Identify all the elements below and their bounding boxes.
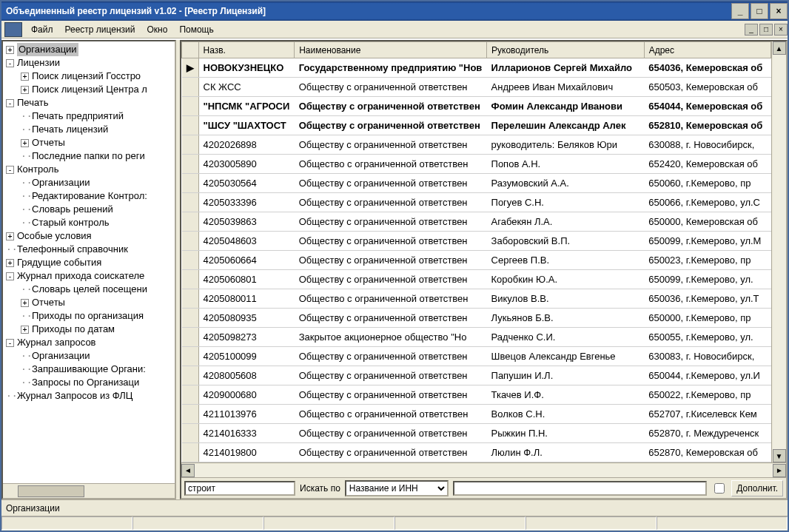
table-cell[interactable]: Заборовский В.П.: [487, 232, 645, 251]
table-cell[interactable]: 650000, Кемеровская об: [644, 212, 770, 232]
table-cell[interactable]: Швецов Александр Евгенье: [487, 347, 645, 366]
table-row[interactable]: 4205030564Обществу с ограниченной ответс…: [182, 174, 771, 193]
table-cell[interactable]: 4203005890: [198, 155, 295, 174]
table-cell[interactable]: 4205098273: [198, 328, 295, 347]
table-cell[interactable]: 4209000680: [198, 385, 295, 405]
tree-view[interactable]: +Организации-Лицензии+Поиск лицензий Гос…: [3, 41, 175, 483]
scroll-down-button[interactable]: ▼: [773, 449, 786, 462]
table-cell[interactable]: 650503, Кемеровская об: [644, 78, 770, 97]
table-cell[interactable]: Радченко С.И.: [487, 328, 645, 347]
scroll-right-button[interactable]: ►: [773, 464, 786, 477]
table-cell[interactable]: 4205060664: [198, 251, 295, 270]
table-cell[interactable]: 4202026898: [198, 135, 295, 155]
tree-node[interactable]: -Журнал прихода соискателе: [6, 269, 175, 283]
table-cell[interactable]: Обществу с ограниченной ответствен: [295, 135, 487, 155]
expand-icon[interactable]: +: [21, 86, 29, 94]
table-cell[interactable]: 4205030564: [198, 174, 295, 193]
expand-icon[interactable]: +: [21, 299, 29, 307]
table-row[interactable]: 4202026898Обществу с ограниченной ответс…: [182, 135, 771, 155]
table-row[interactable]: 4205033396Обществу с ограниченной ответс…: [182, 193, 771, 212]
tree-node[interactable]: +Отчеты: [6, 136, 175, 149]
tree-node[interactable]: -Печать: [6, 96, 175, 110]
table-cell[interactable]: Обществу с ограниченной ответствен: [295, 309, 487, 328]
table-cell[interactable]: 630088, г. Новосибирск,: [644, 135, 770, 155]
collapse-icon[interactable]: -: [6, 272, 14, 280]
col-header-ruk[interactable]: Руководитель: [487, 42, 645, 58]
tree-node[interactable]: ··Приходы по организация: [6, 309, 175, 323]
table-cell[interactable]: 4205080935: [198, 309, 295, 328]
col-header-adr[interactable]: Адрес: [644, 42, 770, 58]
tree-node[interactable]: +Грядущие события: [6, 256, 175, 269]
mdi-restore-button[interactable]: □: [759, 24, 773, 36]
menu-help[interactable]: Помощь: [173, 23, 219, 36]
maximize-button[interactable]: □: [751, 3, 768, 19]
table-cell[interactable]: Погуев С.Н.: [487, 193, 645, 212]
tree-node[interactable]: -Контроль: [6, 163, 175, 176]
table-cell[interactable]: 652870, Кемеровская об: [644, 443, 770, 462]
table-cell[interactable]: 4208005608: [198, 366, 295, 385]
table-cell[interactable]: Обществу с ограниченной ответствен: [295, 270, 487, 289]
table-cell[interactable]: 4214019800: [198, 443, 295, 462]
table-cell[interactable]: 650036, г.Кемерово, ул.Т: [644, 289, 770, 309]
table-cell[interactable]: Андреев Иван Михайлович: [487, 78, 645, 97]
table-row[interactable]: "ШСУ "ШАХТОСТОбществу с ограниченной отв…: [182, 116, 771, 135]
table-cell[interactable]: 652810, Кемеровская об: [644, 116, 770, 135]
scroll-up-button[interactable]: ▲: [773, 41, 786, 55]
table-cell[interactable]: Обществу с ограниченной ответствен: [295, 212, 487, 232]
table-cell[interactable]: 4205060801: [198, 270, 295, 289]
tree-node[interactable]: ··Организации: [6, 176, 175, 189]
table-cell[interactable]: НОВОКУЗНЕЦКО: [198, 58, 295, 78]
table-cell[interactable]: Обществу с ограниченной ответствен: [295, 424, 487, 443]
table-cell[interactable]: руководитель: Беляков Юри: [487, 135, 645, 155]
table-cell[interactable]: Ткачев И.Ф.: [487, 385, 645, 405]
expand-icon[interactable]: +: [6, 259, 14, 267]
table-cell[interactable]: 4205048603: [198, 232, 295, 251]
table-cell[interactable]: 4205080011: [198, 289, 295, 309]
close-button[interactable]: ×: [770, 3, 788, 19]
table-cell[interactable]: Обществу с ограниченной ответствен: [295, 251, 487, 270]
table-cell[interactable]: 650023, г.Кемерово, пр: [644, 251, 770, 270]
table-cell[interactable]: Фомин Александр Иванови: [487, 97, 645, 116]
table-cell[interactable]: Папушин И.Л.: [487, 366, 645, 385]
table-cell[interactable]: Разумовский А.А.: [487, 174, 645, 193]
tree-node[interactable]: ··Телефонный справочник: [6, 243, 175, 256]
scroll-left-button[interactable]: ◄: [181, 464, 195, 477]
tree-node[interactable]: +Организации: [6, 43, 175, 56]
tree-node[interactable]: +Поиск лицензий Центра л: [6, 83, 175, 96]
table-cell[interactable]: Обществу с ограниченной ответствен: [295, 193, 487, 212]
menu-file[interactable]: Файл: [25, 23, 59, 36]
table-row[interactable]: 4205080935Обществу с ограниченной ответс…: [182, 309, 771, 328]
table-cell[interactable]: 650060, г.Кемерово, пр: [644, 174, 770, 193]
table-cell[interactable]: Попов А.Н.: [487, 155, 645, 174]
search-advanced-button[interactable]: Дополнит.: [731, 480, 783, 496]
mdi-close-button[interactable]: ×: [774, 24, 788, 36]
table-row[interactable]: 4211013976Общество с ограниченной ответс…: [182, 405, 771, 424]
table-row[interactable]: 4203005890Общество с ограниченной ответс…: [182, 155, 771, 174]
table-cell[interactable]: 650099, г.Кемерово, ул.М: [644, 232, 770, 251]
tree-node[interactable]: ··Словарь решений: [6, 203, 175, 216]
table-cell[interactable]: Обществу с ограниченной ответствен: [295, 78, 487, 97]
table-cell[interactable]: Общество с ограниченной ответствен: [295, 405, 487, 424]
table-cell[interactable]: 4214016333: [198, 424, 295, 443]
collapse-icon[interactable]: -: [6, 339, 14, 347]
table-cell[interactable]: Обществу с ограниченной ответствен: [295, 174, 487, 193]
table-row[interactable]: 4214019800Обществу с ограниченной ответс…: [182, 443, 771, 462]
collapse-icon[interactable]: -: [6, 99, 14, 107]
expand-icon[interactable]: +: [21, 73, 29, 81]
table-row[interactable]: 4205048603Обществу с ограниченной ответс…: [182, 232, 771, 251]
tree-node[interactable]: ··Печать предприятий: [6, 110, 175, 123]
table-cell[interactable]: 4211013976: [198, 405, 295, 424]
table-cell[interactable]: Обществу с ограниченной ответствен: [295, 443, 487, 462]
table-row[interactable]: 4205098273Закрытое акционерное общество …: [182, 328, 771, 347]
table-cell[interactable]: Обществу с ограниченной ответствен: [295, 366, 487, 385]
table-cell[interactable]: Обществу с ограниченной ответствен: [295, 232, 487, 251]
table-row[interactable]: 4205080011Общество с ограниченной ответс…: [182, 289, 771, 309]
tree-hscroll[interactable]: [3, 483, 175, 498]
table-cell[interactable]: Волков С.Н.: [487, 405, 645, 424]
tree-node[interactable]: +Приходы по датам: [6, 323, 175, 336]
table-cell[interactable]: Государственному предприятию "Нов: [295, 58, 487, 78]
tree-node[interactable]: ··Последние папки по реги: [6, 149, 175, 163]
tree-node[interactable]: ··Старый контроль: [6, 216, 175, 229]
table-row[interactable]: 4205060801Обществу с ограниченной ответс…: [182, 270, 771, 289]
grid-vscroll[interactable]: ▲ ▼: [771, 41, 786, 462]
